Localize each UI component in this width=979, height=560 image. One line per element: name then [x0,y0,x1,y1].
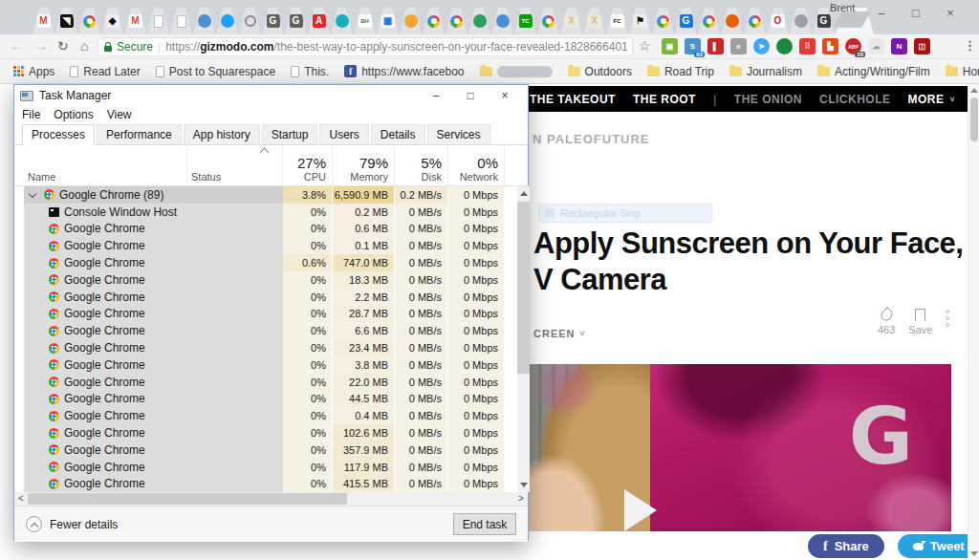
end-task-button[interactable]: End task [453,513,516,535]
tm-minimize-button[interactable]: – [419,89,453,102]
site-subnav[interactable]: N PALEOFUTURE [533,132,650,146]
table-row[interactable]: Google Chrome (89)3.8%6,590.9 MB0.2 MB/s… [24,186,528,204]
table-row[interactable]: Google Chrome0.6%747.0 MB0 MB/s0 Mbps [24,254,528,271]
scrollbar-thumb[interactable] [970,97,978,141]
table-row[interactable]: Console Window Host0%0.2 MB0 MB/s0 Mbps [24,204,528,221]
tm-maximize-button[interactable]: □ [453,89,488,102]
back-icon[interactable]: ← [10,38,23,54]
browser-tab[interactable]: FC [606,8,628,34]
table-row[interactable]: Google Chrome0%44.5 MB0 MB/s0 Mbps [24,391,528,408]
browser-tab[interactable]: ◆ [101,8,123,34]
bookmark-item[interactable]: Apps [8,63,60,80]
column-cpu[interactable]: 27%CPU [283,145,333,185]
table-row[interactable]: Google Chrome0%3.8 MB0 MB/s0 Mbps [24,356,528,374]
bookmark-item[interactable]: Journalism [724,63,808,80]
table-row[interactable]: Google Chrome0%28.7 MB0 MB/s0 Mbps [24,306,528,323]
table-row[interactable]: Google Chrome0%22.0 MB0 MB/s0 Mbps [24,374,528,391]
task-manager-titlebar[interactable]: Task Manager – □ × [14,85,528,106]
send-extension[interactable]: ➤ [753,38,770,54]
bookmark-item[interactable]: fhttps://www.faceboo [338,63,469,80]
browser-tab[interactable]: A [308,8,330,34]
table-row[interactable]: Google Chrome0%0.1 MB0 MB/s0 Mbps [24,237,528,254]
red-book-extension[interactable]: ▌ [707,38,724,54]
tm-scroll-down-icon[interactable] [520,483,528,487]
cast-extension[interactable]: ▣ [662,38,678,54]
browser-tab[interactable] [721,8,743,34]
column-status[interactable]: Status [187,145,283,185]
evernote-extension[interactable]: e [730,38,747,54]
browser-tab[interactable]: O [767,8,789,34]
browser-tab[interactable]: ▦ [377,8,399,34]
save-button[interactable]: Save [908,309,932,335]
reload-icon[interactable]: ↻ [57,38,69,54]
table-row[interactable]: Google Chrome0%117.9 MB0 MB/s0 Mbps [24,459,528,476]
tab-app-history[interactable]: App history [184,124,260,144]
scroll-up-icon[interactable] [970,88,978,93]
minimize-button[interactable]: – [875,6,888,20]
tab-processes[interactable]: Processes [22,124,95,145]
tab-users[interactable]: Users [319,124,368,144]
bookmark-item[interactable]: Post to Squarespace [150,63,281,80]
table-row[interactable]: Google Chrome0%18.3 MB0 MB/s0 Mbps [24,271,528,289]
table-row[interactable]: Google Chrome0%6.6 MB0 MB/s0 Mbps [24,322,528,339]
browser-tab[interactable] [170,8,192,34]
bookmark-item[interactable]: Read Later [64,63,145,80]
browser-tab[interactable]: X [583,8,605,34]
close-button[interactable]: × [944,6,957,20]
nav-item[interactable]: THE ROOT [633,93,696,106]
browser-tab[interactable] [239,8,261,34]
browser-tab[interactable] [400,8,422,34]
bookmark-item[interactable]: Home Stuff [940,63,979,80]
maximize-button[interactable]: □ [909,6,923,20]
table-row[interactable]: Google Chrome0%102.6 MB0 MB/s0 Mbps [24,424,528,442]
browser-tab[interactable] [698,8,720,34]
table-row[interactable]: Google Chrome0%357.9 MB0 MB/s0 Mbps [24,442,528,459]
home-icon[interactable]: ⌂ [80,38,88,54]
menu-file[interactable]: File [22,108,40,121]
browser-tab[interactable]: ◥ [55,8,77,34]
browser-tab[interactable] [468,8,490,34]
forward-icon[interactable]: → [34,38,48,54]
tm-scroll-right-icon[interactable]: > [514,492,528,506]
tm-close-button[interactable]: × [488,89,522,102]
article-hero-image[interactable]: G [529,364,951,531]
browser-tab[interactable]: ⚑ [629,8,651,34]
bookmark-extension[interactable]: ▙ [822,38,838,54]
green-bubble-extension[interactable] [776,38,793,54]
bookmark-item[interactable]: This. [285,63,335,80]
column-disk[interactable]: 5%Disk [395,145,448,185]
browser-tab[interactable] [652,8,674,34]
page-scrollbar[interactable] [968,84,979,560]
browser-tab[interactable] [491,8,513,34]
nav-item[interactable]: MORE [907,93,944,106]
tab-details[interactable]: Details [371,124,425,144]
table-row[interactable]: Google Chrome0%0.6 MB0 MB/s0 Mbps [24,221,528,238]
play-icon[interactable] [624,489,657,531]
browser-tab[interactable] [446,8,468,34]
tm-vscroll-thumb[interactable] [517,202,530,374]
adblock-plus-extension[interactable]: ABP28 [845,38,861,54]
tm-scroll-left-icon[interactable]: < [14,492,28,506]
bookmark-item[interactable]: Road Trip [642,63,720,80]
tm-vertical-scrollbar[interactable] [517,186,530,492]
share-button[interactable]: f Share [808,534,884,558]
like-button[interactable]: 463 [878,309,895,335]
browser-tab[interactable]: G [262,8,284,34]
nav-item[interactable]: CLICKHOLE [819,93,891,106]
browser-tab[interactable]: G [675,8,697,34]
grid-extension[interactable]: ⠿ [799,38,816,54]
browser-tab[interactable] [193,8,215,34]
browser-tab[interactable] [216,8,238,34]
browser-tab[interactable] [537,8,559,34]
search-extension[interactable]: S82 [685,38,701,54]
browser-tab[interactable] [147,8,169,34]
browser-tab[interactable] [744,8,766,34]
browser-tab[interactable]: M [124,8,146,34]
tab-services[interactable]: Services [427,124,490,144]
browser-tab[interactable]: X [560,8,582,34]
tab-startup[interactable]: Startup [262,124,318,144]
tab-performance[interactable]: Performance [97,124,182,144]
browser-tab[interactable]: TC [514,8,536,34]
menu-options[interactable]: Options [54,108,93,121]
menu-view[interactable]: View [107,108,132,121]
